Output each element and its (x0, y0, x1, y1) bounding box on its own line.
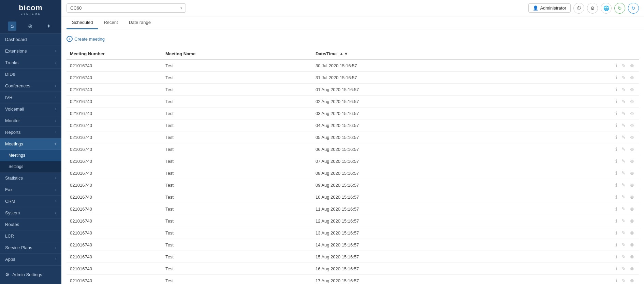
edit-icon[interactable]: ✎ (620, 205, 627, 212)
table-row: 021016740 Test 31 Jul 2020 15:16:57 ℹ ✎ … (67, 72, 639, 84)
edit-icon[interactable]: ✎ (620, 74, 627, 81)
tab-date-range[interactable]: Date range (123, 16, 156, 29)
info-icon[interactable]: ℹ (614, 134, 618, 141)
edit-icon[interactable]: ✎ (620, 146, 627, 153)
nav-item-conferences[interactable]: Conferences › (0, 80, 61, 92)
edit-icon[interactable]: ✎ (620, 158, 627, 165)
delete-icon[interactable]: ⊗ (629, 158, 635, 165)
delete-icon[interactable]: ⊗ (629, 205, 635, 212)
nav-item-dashboard[interactable]: Dashboard (0, 34, 61, 45)
edit-icon[interactable]: ✎ (620, 217, 627, 224)
delete-icon[interactable]: ⊗ (629, 62, 635, 69)
home-icon[interactable]: ⌂ (8, 22, 17, 31)
delete-icon[interactable]: ⊗ (629, 253, 635, 260)
info-icon[interactable]: ℹ (614, 170, 618, 176)
delete-icon[interactable]: ⊗ (629, 86, 635, 93)
nav-item-routes[interactable]: Routes (0, 219, 61, 230)
delete-icon[interactable]: ⊗ (629, 194, 635, 200)
delete-icon[interactable]: ⊗ (629, 217, 635, 224)
nav-item-monitor[interactable]: Monitor › (0, 115, 61, 127)
delete-icon[interactable]: ⊗ (629, 134, 635, 141)
edit-icon[interactable]: ✎ (620, 98, 627, 105)
edit-icon[interactable]: ✎ (620, 194, 627, 200)
info-icon[interactable]: ℹ (614, 205, 618, 212)
info-icon[interactable]: ℹ (614, 182, 618, 188)
clock-icon-button[interactable]: ⏱ (573, 3, 584, 14)
column-header-name[interactable]: Meeting Name (162, 48, 312, 59)
nav-item-voicemail[interactable]: Voicemail › (0, 103, 61, 115)
info-icon[interactable]: ℹ (614, 62, 618, 69)
info-icon[interactable]: ℹ (614, 229, 618, 236)
edit-icon[interactable]: ✎ (620, 170, 627, 176)
administrator-button[interactable]: 👤 Administrator (528, 3, 571, 13)
edit-icon[interactable]: ✎ (620, 253, 627, 260)
tab-scheduled[interactable]: Scheduled (67, 16, 98, 29)
info-icon[interactable]: ℹ (614, 241, 618, 248)
edit-icon[interactable]: ✎ (620, 110, 627, 117)
info-icon[interactable]: ℹ (614, 86, 618, 93)
nav-item-dids[interactable]: DIDs (0, 69, 61, 80)
nav-item-statistics[interactable]: Statistics › (0, 172, 61, 184)
info-icon[interactable]: ℹ (614, 98, 618, 105)
delete-icon[interactable]: ⊗ (629, 229, 635, 236)
admin-settings-button[interactable]: ⚙ Admin Settings (0, 268, 61, 281)
create-meeting-button[interactable]: + Create meeting (67, 34, 639, 43)
edit-icon[interactable]: ✎ (620, 277, 627, 284)
nav-item-trunks[interactable]: Trunks › (0, 57, 61, 69)
nav-item-extensions[interactable]: Extensions › (0, 45, 61, 57)
globe-icon[interactable]: ⊕ (25, 22, 35, 31)
info-icon[interactable]: ℹ (614, 74, 618, 81)
delete-icon[interactable]: ⊗ (629, 110, 635, 117)
info-icon[interactable]: ℹ (614, 110, 618, 117)
table-row: 021016740 Test 12 Aug 2020 15:16:57 ℹ ✎ … (67, 215, 639, 227)
delete-icon[interactable]: ⊗ (629, 98, 635, 105)
nav-item-lcr[interactable]: LCR (0, 230, 61, 242)
info-icon[interactable]: ℹ (614, 194, 618, 200)
info-icon[interactable]: ℹ (614, 122, 618, 129)
column-header-number[interactable]: Meeting Number (67, 48, 162, 59)
edit-icon[interactable]: ✎ (620, 134, 627, 141)
settings-cog-icon[interactable]: ✦ (44, 22, 54, 31)
delete-icon[interactable]: ⊗ (629, 170, 635, 176)
edit-icon[interactable]: ✎ (620, 86, 627, 93)
edit-icon[interactable]: ✎ (620, 122, 627, 129)
nav-item-apps[interactable]: Apps › (0, 254, 61, 265)
edit-icon[interactable]: ✎ (620, 241, 627, 248)
nav-item-settings-sub[interactable]: Settings (0, 161, 61, 172)
nav-item-meetings-sub[interactable]: Meetings (0, 150, 61, 161)
info-icon[interactable]: ℹ (614, 265, 618, 272)
nav-item-service-plans[interactable]: Service Plans › (0, 242, 61, 254)
edit-icon[interactable]: ✎ (620, 182, 627, 188)
globe-icon-button[interactable]: 🌐 (601, 3, 612, 14)
delete-icon[interactable]: ⊗ (629, 146, 635, 153)
cell-actions: ℹ ✎ ⊗ (611, 179, 639, 191)
delete-icon[interactable]: ⊗ (629, 241, 635, 248)
refresh-green-button[interactable]: ↻ (614, 3, 625, 14)
nav-item-system[interactable]: System › (0, 207, 61, 219)
delete-icon[interactable]: ⊗ (629, 182, 635, 188)
tab-recent[interactable]: Recent (98, 16, 123, 29)
refresh-blue-button[interactable]: ↻ (628, 3, 639, 14)
sign-out-button[interactable]: ↩ Sign out (0, 281, 61, 284)
delete-icon[interactable]: ⊗ (629, 74, 635, 81)
tenant-dropdown[interactable]: CC60 ▾ (67, 3, 186, 13)
edit-icon[interactable]: ✎ (620, 62, 627, 69)
column-header-datetime[interactable]: Date/Time ▲ ▾ (312, 48, 611, 59)
gear-icon-button[interactable]: ⚙ (587, 3, 598, 14)
delete-icon[interactable]: ⊗ (629, 265, 635, 272)
cell-meeting-number: 021016740 (67, 96, 162, 108)
edit-icon[interactable]: ✎ (620, 229, 627, 236)
info-icon[interactable]: ℹ (614, 146, 618, 153)
info-icon[interactable]: ℹ (614, 277, 618, 284)
nav-item-meetings[interactable]: Meetings ▾ (0, 138, 61, 150)
info-icon[interactable]: ℹ (614, 253, 618, 260)
edit-icon[interactable]: ✎ (620, 265, 627, 272)
delete-icon[interactable]: ⊗ (629, 122, 635, 129)
delete-icon[interactable]: ⊗ (629, 277, 635, 284)
info-icon[interactable]: ℹ (614, 217, 618, 224)
info-icon[interactable]: ℹ (614, 158, 618, 165)
nav-item-fax[interactable]: Fax › (0, 184, 61, 196)
nav-item-reports[interactable]: Reports › (0, 127, 61, 138)
nav-item-ivr[interactable]: IVR › (0, 92, 61, 103)
nav-item-crm[interactable]: CRM › (0, 196, 61, 207)
